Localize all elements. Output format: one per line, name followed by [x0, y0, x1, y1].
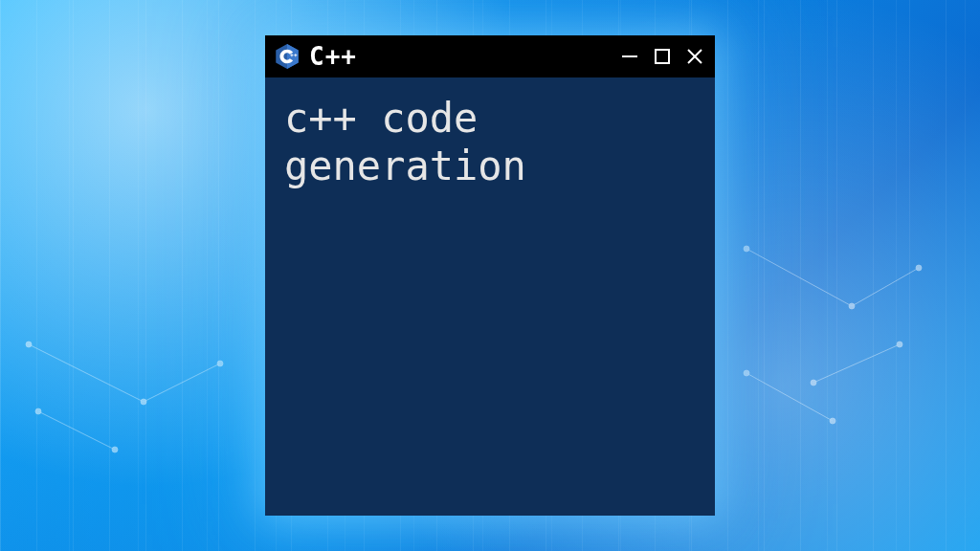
- svg-line-6: [746, 373, 833, 421]
- window-title: C++: [309, 42, 357, 71]
- svg-line-5: [813, 344, 900, 383]
- svg-rect-26: [656, 50, 669, 63]
- svg-point-7: [26, 342, 32, 347]
- background: C++ c++ code generation: [0, 0, 980, 551]
- svg-point-17: [830, 418, 835, 424]
- editor-body[interactable]: c++ code generation: [265, 77, 715, 516]
- svg-point-18: [744, 370, 749, 376]
- svg-rect-24: [295, 54, 296, 56]
- svg-point-13: [849, 303, 855, 309]
- minimize-button[interactable]: [619, 46, 640, 67]
- svg-line-2: [38, 411, 115, 450]
- svg-line-3: [746, 249, 852, 306]
- svg-marker-20: [287, 44, 299, 69]
- svg-line-1: [144, 364, 220, 402]
- window-controls: [619, 46, 705, 67]
- titlebar[interactable]: C++: [265, 35, 715, 77]
- svg-point-15: [811, 380, 816, 386]
- app-window: C++ c++ code generation: [265, 35, 715, 516]
- svg-point-9: [217, 361, 223, 366]
- svg-line-0: [29, 344, 144, 402]
- svg-point-10: [112, 447, 118, 452]
- svg-point-12: [744, 246, 749, 252]
- close-button[interactable]: [684, 46, 705, 67]
- svg-rect-22: [291, 54, 292, 56]
- svg-point-16: [897, 342, 902, 347]
- cpp-hex-icon: [273, 42, 301, 71]
- svg-point-8: [141, 399, 146, 405]
- svg-line-4: [852, 268, 919, 306]
- svg-point-11: [35, 408, 41, 414]
- svg-point-14: [916, 265, 922, 271]
- maximize-button[interactable]: [652, 46, 673, 67]
